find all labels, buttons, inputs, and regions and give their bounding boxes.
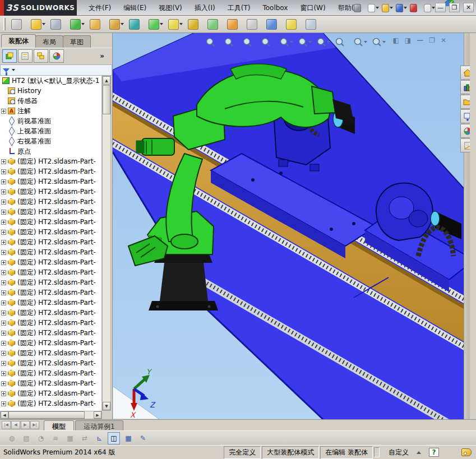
graphics-viewport[interactable]: X Y Z — [112, 33, 470, 419]
file-explorer-icon[interactable] — [460, 95, 470, 109]
quick-access-button[interactable] — [367, 2, 380, 14]
tree-row[interactable]: (固定) HT2.sldasm-Part- — [0, 318, 101, 328]
expand-icon[interactable] — [1, 189, 6, 194]
mates-grid-icon[interactable]: ▦ — [64, 432, 76, 444]
expand-icon[interactable] — [1, 361, 6, 366]
zoom-to-fit-icon[interactable] — [204, 35, 221, 49]
expand-icon[interactable] — [1, 159, 6, 164]
expand-icon[interactable] — [1, 371, 6, 376]
scroll-right-button[interactable]: ▶ — [94, 411, 101, 419]
tree-row[interactable]: (固定) HT2.sldasm-Part- — [0, 217, 101, 227]
tree-row[interactable]: (固定) HT2.sldasm-Part- — [0, 277, 101, 288]
tree-row[interactable]: History — [0, 86, 101, 96]
tab-nav-button[interactable]: |◀ — [2, 421, 11, 429]
results-icon[interactable]: ≡ — [49, 432, 62, 444]
tree-row[interactable]: (固定) HT2.sldasm-Part- — [0, 398, 101, 409]
expand-icon[interactable] — [1, 341, 6, 346]
configurationmanager-icon[interactable] — [34, 49, 48, 63]
expand-icon[interactable] — [1, 200, 6, 205]
interference-detection-button[interactable] — [265, 17, 283, 31]
dock-right-button[interactable]: ◨ — [405, 36, 411, 44]
tree-row[interactable]: (固定) HT2.sldasm-Part- — [0, 267, 101, 277]
expand-icon[interactable] — [1, 270, 6, 275]
scroll-left-button[interactable]: ◀ — [1, 411, 8, 419]
toolbar-grip[interactable] — [3, 18, 6, 30]
menu-item[interactable]: 编辑(E) — [118, 1, 152, 15]
expand-icon[interactable] — [1, 321, 6, 326]
chart-axes-icon[interactable]: ⊾ — [93, 432, 105, 444]
bill-of-materials-button[interactable] — [206, 17, 224, 31]
tab-nav-button[interactable]: ▶| — [30, 421, 39, 429]
quick-access-button[interactable] — [409, 2, 422, 14]
tree-row[interactable]: 右视基准面 — [0, 136, 101, 146]
tree-row[interactable]: (固定) HT2.sldasm-Part- — [0, 288, 101, 298]
exploded-view-button[interactable] — [225, 17, 243, 31]
tree-row[interactable]: (固定) HT2.sldasm-Part- — [0, 247, 101, 257]
view-palette-icon[interactable] — [460, 109, 470, 123]
display-style-icon[interactable] — [296, 35, 313, 49]
expand-icon[interactable] — [1, 290, 6, 295]
tree-root-row[interactable]: HT2 (默认<默认_显示状态-1 — [0, 76, 101, 86]
table-icon[interactable]: ▦ — [122, 432, 135, 444]
tree-row[interactable]: (固定) HT2.sldasm-Part- — [0, 197, 101, 207]
take-snapshot-button[interactable] — [304, 17, 322, 31]
solidworks-resources-icon[interactable] — [460, 66, 470, 80]
tree-row[interactable]: 传感器 — [0, 96, 101, 106]
restore-view-button[interactable]: ❐ — [429, 36, 435, 44]
tree-filter-bar[interactable] — [0, 64, 112, 76]
new-motion-study-button[interactable] — [186, 17, 204, 31]
save-report-icon[interactable]: ✎ — [137, 432, 149, 444]
tab-nav-button[interactable]: ◀ — [11, 421, 20, 429]
tree-vertical-scrollbar[interactable]: ▲ ▼ — [102, 76, 111, 411]
zoom-to-area-icon[interactable] — [222, 35, 239, 49]
tree-row[interactable]: (固定) HT2.sldasm-Part- — [0, 298, 101, 308]
move-component-button[interactable] — [108, 17, 126, 31]
edit-appearance-icon[interactable] — [333, 35, 350, 49]
quick-access-button[interactable] — [423, 2, 436, 14]
tree-row[interactable]: (固定) HT2.sldasm-Part- — [0, 338, 101, 348]
tree-row[interactable]: (固定) HT2.sldasm-Part- — [0, 207, 101, 217]
expand-icon[interactable] — [1, 351, 6, 356]
magnified-selection-icon[interactable] — [241, 35, 258, 49]
status-custom-dropdown[interactable]: 自定义 — [381, 447, 429, 458]
design-library-icon[interactable] — [460, 80, 470, 94]
key-properties-icon[interactable]: ⇄ — [78, 432, 91, 444]
expand-icon[interactable] — [1, 220, 6, 225]
expand-icon[interactable] — [1, 391, 6, 396]
appearances-manager-icon[interactable] — [49, 49, 64, 63]
tree-horizontal-scrollbar[interactable]: ◀ ▶ — [0, 411, 102, 419]
scroll-down-button[interactable]: ▼ — [103, 402, 110, 410]
menu-item[interactable]: 工具(T) — [222, 1, 256, 15]
expand-icon[interactable] — [1, 331, 6, 336]
close-view-button[interactable]: ✕ — [441, 36, 446, 44]
panel-tab[interactable]: 草图 — [63, 35, 91, 48]
tree-row[interactable]: 原点 — [0, 146, 101, 156]
tab-nav-button[interactable]: ▶ — [21, 421, 30, 429]
tree-row[interactable]: (固定) HT2.sldasm-Part- — [0, 358, 101, 368]
tree-row[interactable]: (固定) HT2.sldasm-Part- — [0, 308, 101, 318]
custom-properties-icon[interactable] — [460, 138, 470, 152]
close-button[interactable]: ✕ — [463, 3, 474, 12]
expand-icon[interactable] — [1, 260, 6, 265]
expand-icon[interactable] — [1, 381, 6, 386]
appearances-scenes-icon[interactable] — [460, 124, 470, 138]
explode-line-sketch-button[interactable] — [245, 17, 263, 31]
apply-scene-icon[interactable] — [352, 35, 369, 49]
expand-icon[interactable] — [1, 300, 6, 305]
hide-show-items-icon[interactable] — [315, 35, 332, 49]
assembly-xpert-button[interactable] — [284, 17, 302, 31]
tree-row[interactable]: (固定) HT2.sldasm-Part- — [0, 348, 101, 358]
tree-row[interactable]: (固定) HT2.sldasm-Part- — [0, 388, 101, 398]
tag-icon[interactable] — [461, 448, 472, 456]
expand-icon[interactable] — [1, 179, 6, 184]
scroll-thumb[interactable] — [8, 411, 85, 419]
smart-fasteners-button[interactable] — [88, 17, 106, 31]
expand-icon[interactable] — [1, 240, 6, 245]
tree-row[interactable]: (固定) HT2.sldasm-Part- — [0, 368, 101, 378]
component-pattern-button[interactable] — [68, 17, 86, 31]
document-tab[interactable]: 模型 — [44, 420, 74, 430]
tree-row[interactable]: (固定) HT2.sldasm-Part- — [0, 378, 101, 388]
expand-icon[interactable] — [1, 169, 6, 174]
tree-row[interactable]: (固定) HT2.sldasm-Part- — [0, 257, 101, 267]
expand-icon[interactable] — [1, 210, 6, 215]
